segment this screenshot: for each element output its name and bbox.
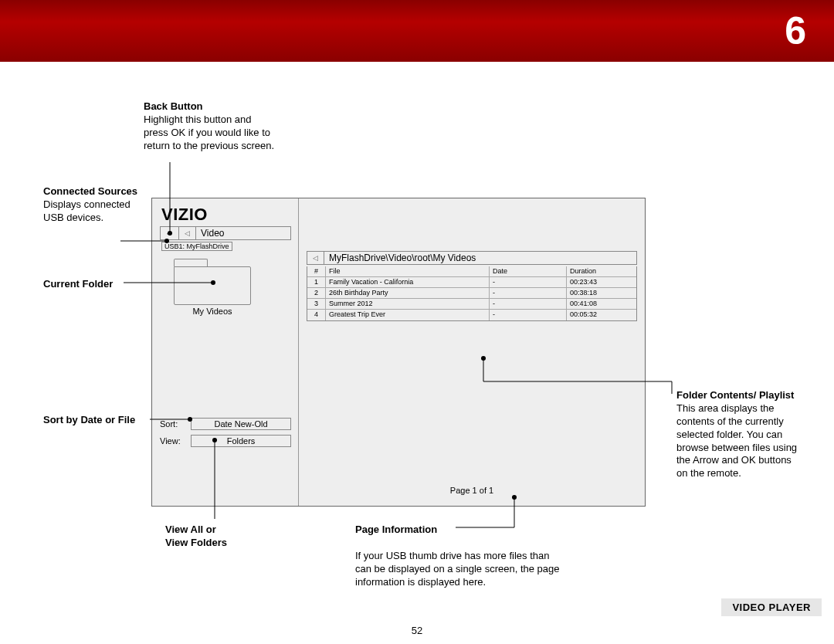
section-caption: VIDEO PLAYER [721,598,822,616]
vizio-logo: VIZIO [161,205,208,225]
cell-file: Summer 2012 [326,299,490,309]
header-duration: Duration [567,266,636,276]
callout-title: Sort by Date or File [43,414,135,425]
page-information: Page 1 of 1 [299,486,645,495]
callout-title-line1: View All or [165,524,216,535]
view-selector[interactable]: Folders [191,435,291,447]
breadcrumb-back-icon[interactable]: ◁ [307,252,324,264]
header-date: Date [490,266,567,276]
chapter-number: 6 [785,8,806,53]
cell-num: 2 [307,288,326,298]
callout-connected-sources: Connected Sources Displays connected USB… [43,185,151,225]
callout-title: Current Folder [43,278,113,290]
cell-duration: 00:23:43 [567,277,636,287]
sort-row: Sort: Date New-Old [160,418,291,430]
cell-date: - [490,277,567,287]
usb-device-label[interactable]: USB1: MyFlashDrive [161,242,232,251]
callout-body: Displays connected USB devices. [43,198,131,223]
screen-right-panel: ◁ MyFlashDrive\Video\root\My Videos # Fi… [299,198,645,506]
header-num: # [307,266,326,276]
cell-date: - [490,299,567,309]
screen-left-panel: VIZIO ← ◁ Video USB1: MyFlashDrive My Vi… [152,198,299,506]
callout-page-information: Page Information If your USB thumb drive… [355,524,564,588]
cell-date: - [490,310,567,320]
view-label: View: [160,436,191,446]
list-item[interactable]: 3 Summer 2012 - 00:41:08 [307,299,636,310]
callout-body: If your USB thumb drive has more files t… [355,550,560,588]
sort-label: Sort: [160,419,191,429]
back-button[interactable]: ← [161,227,179,239]
prev-arrow-icon[interactable]: ◁ [179,227,196,239]
cell-duration: 00:05:32 [567,310,636,320]
callout-title: Folder Contents/ Playlist [676,389,794,401]
callout-folder-contents: Folder Contents/ Playlist This area disp… [676,389,802,480]
callout-body: This area displays the contents of the c… [676,402,797,479]
breadcrumb-path: MyFlashDrive\Video\root\My Videos [324,253,636,263]
cell-num: 1 [307,277,326,287]
callout-current-folder: Current Folder [43,278,151,291]
callout-title: Connected Sources [43,185,137,197]
file-listing: # File Date Duration 1 Family Vacation -… [307,266,637,321]
callout-view-all: View All or View Folders [165,524,273,550]
cell-file: Family Vacation - California [326,277,490,287]
cell-file: 26th Birthday Party [326,288,490,298]
page-number: 52 [0,625,834,636]
cell-duration: 00:41:08 [567,299,636,309]
current-folder-name: My Videos [174,307,251,316]
view-row: View: Folders [160,435,291,447]
folder-icon[interactable] [174,259,251,305]
callout-sort-by: Sort by Date or File [43,414,151,427]
header-file: File [326,266,490,276]
tv-screen: VIZIO ← ◁ Video USB1: MyFlashDrive My Vi… [151,198,646,507]
listing-header: # File Date Duration [307,266,636,277]
callout-title-line2: View Folders [165,537,227,548]
cell-date: - [490,288,567,298]
list-item[interactable]: 4 Greatest Trip Ever - 00:05:32 [307,310,636,320]
cell-num: 4 [307,310,326,320]
sort-selector[interactable]: Date New-Old [191,418,291,430]
nav-row: ← ◁ Video [160,226,291,240]
breadcrumb-row: ◁ MyFlashDrive\Video\root\My Videos [307,251,637,265]
chapter-banner: 6 [0,0,834,62]
callout-title: Page Information [355,524,437,535]
cell-file: Greatest Trip Ever [326,310,490,320]
callout-title: Back Button [144,100,203,112]
nav-category: Video [196,228,290,239]
callout-back-button: Back Button Highlight this button and pr… [144,100,275,153]
list-item[interactable]: 2 26th Birthday Party - 00:38:18 [307,288,636,299]
callout-body: Highlight this button and press OK if yo… [144,114,274,151]
list-item[interactable]: 1 Family Vacation - California - 00:23:4… [307,277,636,288]
cell-duration: 00:38:18 [567,288,636,298]
cell-num: 3 [307,299,326,309]
